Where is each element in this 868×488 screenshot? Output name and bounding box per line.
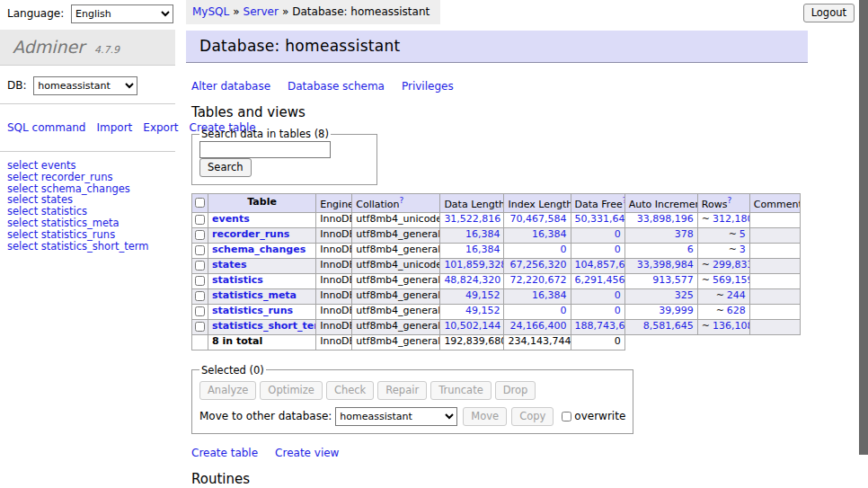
data-free-cell: 0 (571, 227, 624, 243)
row-checkbox[interactable] (195, 245, 205, 255)
rows-link[interactable]: 299,833 (713, 259, 749, 271)
auto-increment-link[interactable]: 8,581,645 (643, 320, 694, 332)
data-length-link[interactable]: 48,824,320 (444, 274, 500, 286)
analyze-button[interactable]: Analyze (199, 381, 256, 400)
sidebar-action-import[interactable]: Import (96, 121, 132, 134)
logout-button[interactable]: Logout (803, 4, 855, 22)
auto-increment-link[interactable]: 325 (675, 289, 694, 301)
data-free-link[interactable]: 188,743,680 (575, 320, 625, 332)
table-name-link[interactable]: statistics_runs (212, 305, 293, 316)
breadcrumb-mysql-link[interactable]: MySQL (192, 5, 229, 18)
index-length-link[interactable]: 67,256,320 (510, 259, 567, 271)
row-checkbox[interactable] (195, 291, 205, 301)
rows-link[interactable]: 312,180 (713, 213, 749, 225)
db-link-privileges[interactable]: Privileges (402, 80, 454, 93)
data-length-link[interactable]: 31,522,816 (444, 213, 500, 225)
auto-increment-link[interactable]: 913,577 (652, 274, 694, 286)
help-link[interactable]: ? (727, 196, 731, 205)
repair-button[interactable]: Repair (377, 381, 427, 400)
index-length-link[interactable]: 16,384 (532, 228, 567, 240)
rows-cell: ~5 (697, 227, 749, 243)
data-length-link[interactable]: 101,859,328 (444, 259, 504, 271)
sidebar-link-select-statistics-short-term[interactable]: select statistics_short_term (7, 241, 175, 253)
data-free-link[interactable]: 104,857,600 (575, 259, 625, 271)
auto-increment-link[interactable]: 33,398,984 (637, 259, 694, 271)
total-checkbox-cell (192, 334, 208, 350)
sidebar-link-select-statistics-runs[interactable]: select statistics_runs (7, 229, 175, 241)
index-length-link[interactable]: 24,166,400 (510, 320, 567, 332)
sidebar-action-export[interactable]: Export (143, 121, 178, 134)
sidebar-link-select-events[interactable]: select events (7, 160, 175, 172)
search-input[interactable] (199, 141, 331, 158)
auto-increment-link[interactable]: 378 (675, 228, 694, 240)
rows-link[interactable]: 244 (727, 289, 746, 301)
search-button[interactable]: Search (199, 158, 252, 177)
data-length-link[interactable]: 10,502,144 (444, 320, 500, 332)
check-button[interactable]: Check (326, 381, 374, 400)
data-length-link[interactable]: 16,384 (465, 228, 500, 240)
index-length-link[interactable]: 70,467,584 (510, 213, 567, 225)
rows-cell: ~312,180 (697, 212, 749, 227)
column-header-data-length: Data Length? (440, 194, 504, 213)
row-checkbox[interactable] (195, 215, 205, 225)
rows-link[interactable]: 569,159 (713, 274, 749, 286)
auto-increment-link[interactable]: 33,898,196 (637, 213, 694, 225)
move-button[interactable]: Move (463, 407, 507, 426)
copy-button[interactable]: Copy (511, 407, 554, 426)
scrollbar-thumb[interactable] (859, 0, 868, 455)
row-checkbox[interactable] (195, 276, 205, 286)
language-select[interactable]: English (71, 4, 173, 23)
index-length-link[interactable]: 16,384 (532, 289, 567, 301)
table-name-link[interactable]: states (212, 259, 247, 271)
data-free-link[interactable]: 50,331,648 (575, 213, 625, 225)
sidebar-action-sql-command[interactable]: SQL command (7, 121, 85, 134)
data-free-link[interactable]: 0 (615, 289, 621, 301)
rows-link[interactable]: 628 (727, 305, 746, 316)
data-length-link[interactable]: 49,152 (465, 305, 500, 316)
footer-link-create-table[interactable]: Create table (191, 447, 258, 459)
truncate-button[interactable]: Truncate (430, 381, 492, 400)
row-checkbox[interactable] (195, 322, 205, 332)
data-free-link[interactable]: 0 (615, 228, 621, 240)
collation-cell: utf8mb4_general_ci (352, 227, 440, 243)
sidebar-link-select-recorder-runs[interactable]: select recorder_runs (7, 172, 175, 183)
row-checkbox[interactable] (195, 261, 205, 271)
index-length-link[interactable]: 0 (561, 244, 567, 255)
select-all-checkbox[interactable] (195, 198, 205, 208)
row-checkbox-cell (192, 273, 208, 288)
index-length-link[interactable]: 72,220,672 (510, 274, 567, 286)
data-free-link[interactable]: 0 (615, 305, 621, 316)
sidebar-link-select-statistics-meta[interactable]: select statistics_meta (7, 217, 175, 229)
table-name-link[interactable]: events (212, 213, 250, 225)
index-length-link[interactable]: 0 (561, 305, 567, 316)
vertical-scrollbar[interactable] (859, 0, 868, 488)
empty-cell (697, 334, 749, 350)
auto-increment-link[interactable]: 6 (687, 244, 694, 255)
db-link-database-schema[interactable]: Database schema (288, 80, 385, 93)
rows-link[interactable]: 136,108 (713, 320, 749, 332)
data-length-link[interactable]: 16,384 (465, 244, 500, 255)
table-name-link[interactable]: statistics (212, 274, 263, 286)
data-free-link[interactable]: 0 (615, 244, 621, 255)
move-db-select[interactable]: homeassistant (335, 407, 457, 426)
footer-link-create-view[interactable]: Create view (275, 447, 339, 459)
rows-link[interactable]: 5 (740, 228, 746, 240)
data-free-link[interactable]: 6,291,456 (575, 274, 625, 286)
auto-increment-link[interactable]: 39,999 (659, 305, 694, 316)
table-name-link[interactable]: statistics_short_term (212, 320, 316, 332)
table-name-link[interactable]: schema_changes (212, 244, 306, 255)
main-content: MySQL»Server»Database: homeassistant Dat… (186, 0, 855, 488)
db-link-alter-database[interactable]: Alter database (191, 80, 270, 93)
rows-link[interactable]: 3 (740, 244, 746, 255)
optimize-button[interactable]: Optimize (260, 381, 323, 400)
help-link[interactable]: ? (400, 196, 404, 205)
db-select[interactable]: homeassistant (33, 76, 137, 95)
data-length-link[interactable]: 49,152 (465, 289, 500, 301)
overwrite-checkbox[interactable] (562, 412, 571, 421)
table-name-link[interactable]: statistics_meta (212, 289, 297, 301)
breadcrumb-server-link[interactable]: Server (244, 5, 279, 18)
drop-button[interactable]: Drop (495, 381, 536, 400)
row-checkbox[interactable] (195, 306, 205, 316)
row-checkbox[interactable] (195, 230, 205, 240)
table-name-link[interactable]: recorder_runs (212, 228, 289, 240)
